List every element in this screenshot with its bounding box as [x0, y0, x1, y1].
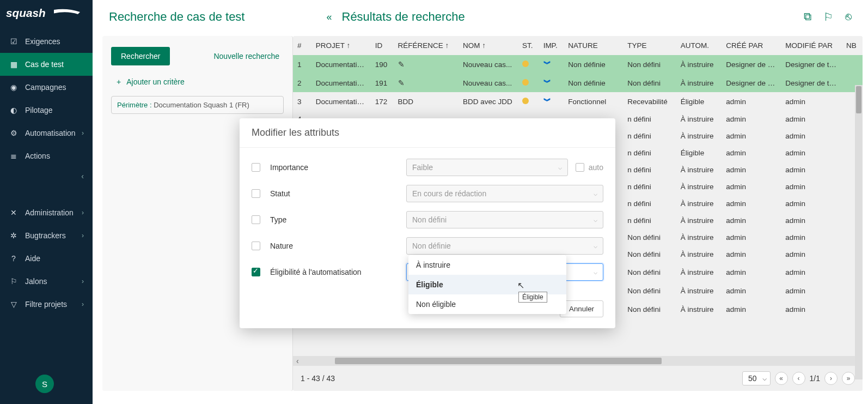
- first-page-button[interactable]: «: [775, 372, 788, 385]
- col-header[interactable]: TYPE: [623, 36, 676, 55]
- chevron-down-icon: ⌵: [594, 216, 597, 224]
- nav-bugtrackers[interactable]: ✲Bugtrackers›: [0, 224, 93, 247]
- next-page-button[interactable]: ›: [824, 372, 838, 385]
- list-icon: ▦: [9, 59, 19, 69]
- avatar[interactable]: S: [35, 375, 54, 393]
- cancel-button[interactable]: Annuler: [560, 300, 603, 317]
- attr-select[interactable]: Non défini⌵: [406, 211, 603, 228]
- attr-select[interactable]: En cours de rédaction⌵: [406, 185, 603, 202]
- row-count: 1 - 43 / 43: [301, 374, 335, 383]
- auto-checkbox[interactable]: auto: [576, 163, 603, 172]
- filter-icon: ▽: [9, 299, 19, 309]
- vertical-scrollbar[interactable]: [855, 85, 863, 379]
- perimeter-chip[interactable]: Périmètre : Documentation Squash 1 (FR): [111, 96, 284, 114]
- nav-aide[interactable]: ?Aide: [0, 247, 93, 270]
- scroll-left-icon[interactable]: ‹: [293, 357, 302, 365]
- nav-label: Exigences: [25, 37, 60, 46]
- nav-pilotage[interactable]: ◐Pilotage: [0, 99, 93, 122]
- attr-select[interactable]: Non définie⌵: [406, 237, 603, 255]
- nav-administration[interactable]: ✕Administration›: [0, 201, 93, 224]
- nav-campagnes[interactable]: ◉Campagnes: [0, 76, 93, 99]
- scroll-thumb[interactable]: [335, 358, 662, 364]
- attr-label: Importance: [270, 163, 406, 172]
- table-row[interactable]: 2Documentatio...191✎Nouveau cas...︾Non d…: [293, 74, 863, 92]
- edit-icon[interactable]: ✎: [398, 61, 405, 69]
- attr-checkbox[interactable]: [252, 242, 260, 250]
- col-header[interactable]: NATURE: [564, 36, 623, 55]
- nav-label: Actions: [25, 152, 50, 160]
- chevron-down-icon: ⌵: [558, 164, 562, 171]
- nav-jalons[interactable]: ⚐Jalons›: [0, 270, 93, 293]
- attr-label: Nature: [270, 242, 406, 250]
- col-header[interactable]: CRÉÉ PAR: [722, 36, 781, 55]
- col-header[interactable]: RÉFÉRENCE ↑: [394, 36, 459, 55]
- col-header[interactable]: NOM ↑: [459, 36, 518, 55]
- col-header[interactable]: MODIFIÉ PAR: [781, 36, 842, 55]
- dropdown-option[interactable]: À instruire: [408, 255, 566, 275]
- sidebar: squash ☑Exigences▦Cas de test◉Campagnes◐…: [0, 0, 93, 404]
- perimeter-label: Périmètre :: [117, 101, 152, 109]
- attr-checkbox[interactable]: [252, 163, 260, 172]
- page-title: Recherche de cas de test: [109, 10, 244, 24]
- attr-select[interactable]: Faible⌵: [406, 159, 568, 176]
- table-footer: 1 - 43 / 43 50 « ‹ 1/1 › »: [293, 366, 863, 391]
- gauge-icon: ◐: [9, 105, 19, 115]
- col-header[interactable]: AUTOM.: [676, 36, 722, 55]
- attr-checkbox[interactable]: [252, 215, 260, 224]
- logo: squash: [0, 0, 93, 30]
- header: Recherche de cas de test « Résultats de …: [93, 0, 868, 31]
- svg-text:squash: squash: [6, 7, 46, 19]
- table-row[interactable]: 1Documentatio...190✎Nouveau cas...︾Non d…: [293, 55, 863, 74]
- export-icon[interactable]: ⎋: [845, 10, 852, 23]
- nav-automatisation[interactable]: ⚙Automatisation›: [0, 122, 93, 144]
- nav-label: Bugtrackers: [25, 231, 66, 240]
- col-header[interactable]: ST.: [518, 36, 539, 55]
- col-header[interactable]: ID: [371, 36, 394, 55]
- bug-icon: ✲: [9, 231, 19, 240]
- modal-title: Modifier les attributs: [240, 118, 615, 148]
- col-header[interactable]: NB: [842, 36, 863, 55]
- chevron-right-icon: ›: [82, 129, 84, 137]
- plus-icon: +: [117, 77, 121, 86]
- nav-filtre-projets[interactable]: ▽Filtre projets›: [0, 293, 93, 316]
- attr-label: Type: [270, 215, 406, 224]
- status-dot: [522, 79, 529, 86]
- nav-label: Cas de test: [25, 60, 64, 69]
- col-header[interactable]: PROJET ↑: [311, 36, 371, 55]
- col-header[interactable]: IMP.: [539, 36, 564, 55]
- collapse-sidebar[interactable]: ‹: [0, 167, 93, 185]
- nav-actions[interactable]: ≣Actions: [0, 144, 93, 167]
- play-icon: ◉: [9, 82, 19, 92]
- header-actions: ⧉ ⚐ ⎋: [804, 10, 852, 23]
- attr-checkbox[interactable]: [252, 189, 260, 198]
- flag-icon[interactable]: ⚐: [823, 10, 833, 23]
- table-row[interactable]: 3Documentatio...172BDDBDD avec JDD︾Fonct…: [293, 92, 863, 111]
- help-icon: ?: [9, 254, 19, 263]
- prev-page-button[interactable]: ‹: [792, 372, 805, 385]
- vscroll-thumb[interactable]: [856, 86, 861, 113]
- nav-cas-de-test[interactable]: ▦Cas de test: [0, 53, 93, 76]
- attr-row: TypeNon défini⌵: [252, 211, 603, 228]
- page-size-select[interactable]: 50: [742, 371, 771, 385]
- chevron-down-icon: ⌵: [594, 242, 597, 250]
- tooltip: Éligible: [518, 292, 547, 303]
- horizontal-scrollbar[interactable]: ‹ ›: [293, 356, 863, 366]
- nav-label: Campagnes: [25, 83, 66, 92]
- last-page-button[interactable]: »: [842, 372, 855, 385]
- chevron-right-icon: ›: [82, 300, 84, 308]
- search-button[interactable]: Rechercher: [111, 47, 170, 65]
- perimeter-value: Documentation Squash 1 (FR): [154, 101, 249, 109]
- copy-icon[interactable]: ⧉: [804, 10, 811, 23]
- col-header[interactable]: #: [293, 36, 311, 55]
- chevron-right-icon: ›: [82, 232, 84, 239]
- chevron-right-icon: ›: [82, 209, 84, 216]
- edit-icon[interactable]: ✎: [398, 79, 405, 87]
- back-icon[interactable]: «: [326, 11, 332, 23]
- attr-row: ImportanceFaible⌵auto: [252, 159, 603, 176]
- eligibility-dropdown: À instruireÉligibleNon éligible: [408, 255, 566, 314]
- new-search-link[interactable]: Nouvelle recherche: [213, 52, 279, 61]
- nav-exigences[interactable]: ☑Exigences: [0, 30, 93, 53]
- add-criterion[interactable]: + Ajouter un critère: [111, 77, 284, 86]
- attr-checkbox[interactable]: [252, 268, 260, 276]
- attr-label: Statut: [270, 189, 406, 198]
